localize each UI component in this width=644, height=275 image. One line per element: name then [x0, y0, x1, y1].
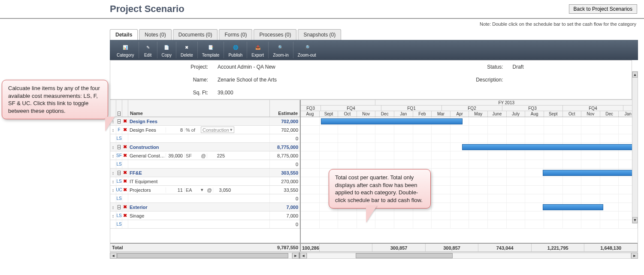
item-unit: EA	[184, 187, 200, 193]
item-name: Sinage	[130, 213, 165, 218]
zoom-out-button[interactable]: 🔎Zoom-out	[293, 42, 320, 58]
measure-toggle[interactable]: LS	[116, 134, 122, 142]
collapse-all-toggle[interactable]: −	[116, 100, 122, 117]
line-item-row: ↕SF✖General Construc39,000SF@2258,775,00…	[110, 151, 300, 160]
measure-toggle[interactable]: LS	[116, 194, 122, 202]
tab-snapshots-[interactable]: Snapshots (0)	[298, 29, 341, 40]
estimate-value: 0	[270, 220, 300, 228]
category-button[interactable]: 📊Category	[112, 42, 139, 58]
line-item-row: LS0	[110, 220, 300, 229]
measure-toggle[interactable]: −	[116, 143, 122, 151]
item-rate[interactable]: 225	[207, 153, 226, 158]
item-qty[interactable]: 11	[166, 187, 184, 193]
category-row: ↕−✖Design Fees702,000	[110, 117, 300, 126]
drag-handle[interactable]: ↕	[110, 151, 116, 160]
vscroll-down-arrow[interactable]: ▼	[632, 217, 638, 223]
delete-row-button[interactable]: ✖	[122, 186, 128, 194]
tab-documents-[interactable]: Documents (0)	[173, 29, 218, 40]
item-rate[interactable]: 3,050	[213, 187, 232, 193]
scroll-track-left[interactable]	[117, 253, 292, 259]
drag-handle[interactable]: ↕	[110, 169, 116, 177]
gantt-row	[301, 151, 638, 160]
publish-button[interactable]: 🌐Publish	[224, 42, 247, 58]
delete-row-button[interactable]: ✖	[122, 143, 128, 151]
measure-toggle[interactable]: −	[116, 117, 122, 125]
measure-toggle[interactable]: −	[116, 169, 122, 177]
measure-toggle[interactable]: LS	[116, 160, 122, 168]
tab-forms-[interactable]: Forms (0)	[219, 29, 252, 40]
item-name: IT Equipment	[130, 179, 165, 184]
schedule-bar[interactable]	[543, 170, 638, 176]
measure-toggle[interactable]: −	[116, 203, 122, 211]
month-header: Oct	[338, 111, 357, 117]
tab-details[interactable]: Details	[110, 29, 138, 40]
measure-toggle[interactable]: UC	[116, 186, 122, 194]
measure-toggle[interactable]: F	[116, 126, 122, 134]
gantt-scroll-left-arrow[interactable]: ◄	[300, 253, 307, 259]
scroll-thumb-left[interactable]	[117, 253, 288, 258]
measure-toggle[interactable]: LS	[116, 212, 122, 220]
delete-row-button	[122, 220, 128, 228]
item-basis-select[interactable]: Construction ▾	[201, 127, 234, 133]
estimate-value: 7,000	[270, 203, 300, 211]
delete-row-button[interactable]: ✖	[122, 203, 128, 211]
delete-button[interactable]: ✖Delete	[176, 42, 198, 58]
drag-handle[interactable]: ↕	[110, 203, 116, 211]
category-name: Design Fees	[130, 119, 157, 124]
drag-handle[interactable]: ↕	[110, 143, 116, 151]
scroll-left-arrow[interactable]: ◄	[110, 253, 117, 259]
edit-button[interactable]: ✎Edit	[139, 42, 157, 58]
template-button[interactable]: 📑Template	[198, 42, 224, 58]
estimate-value: 303,550	[270, 169, 300, 177]
month-header: Nov	[357, 111, 376, 117]
fy-header: FY 2013	[375, 100, 638, 105]
month-header: Feb	[413, 111, 432, 117]
month-header: July	[507, 111, 526, 117]
quarter-total	[320, 244, 373, 251]
measure-toggle[interactable]: LS	[116, 177, 122, 185]
back-to-scenarios-button[interactable]: Back to Project Scenarios	[569, 4, 637, 14]
item-qty[interactable]: 8	[166, 127, 184, 133]
delete-row-button	[122, 160, 128, 168]
measure-toggle[interactable]: SF	[116, 151, 122, 160]
month-header: Mar	[432, 111, 450, 117]
gantt-scroll-right-arrow[interactable]: ►	[631, 253, 638, 259]
delete-row-button[interactable]: ✖	[122, 177, 128, 185]
unit-dropdown[interactable]: ▾	[201, 187, 206, 193]
drag-handle	[110, 160, 116, 168]
status-label: Status:	[371, 64, 508, 70]
month-header: Apr	[450, 111, 469, 117]
tab-notes-[interactable]: Notes (0)	[139, 29, 171, 40]
vscroll-track[interactable]	[632, 78, 638, 217]
gantt-row	[301, 143, 638, 151]
delete-row-button[interactable]: ✖	[122, 212, 128, 220]
item-qty[interactable]: 39,000	[166, 153, 184, 158]
schedule-bar[interactable]	[321, 118, 463, 124]
drag-handle	[110, 134, 116, 142]
month-header: June	[488, 111, 507, 117]
export-button[interactable]: 📤Export	[247, 42, 269, 58]
estimate-value: 0	[270, 160, 300, 168]
tab-processes-[interactable]: Processes (0)	[254, 29, 296, 40]
vscroll-up-arrow[interactable]: ▲	[632, 72, 638, 78]
gantt-scroll-thumb[interactable]	[356, 253, 453, 258]
drag-handle[interactable]: ↕	[110, 212, 116, 220]
copy-button[interactable]: 📄Copy	[157, 42, 176, 58]
delete-row-button[interactable]: ✖	[122, 126, 128, 134]
schedule-bar[interactable]	[462, 144, 638, 150]
schedule-bar[interactable]	[543, 204, 603, 210]
measure-toggle[interactable]: LS	[116, 220, 122, 228]
zoom-in-button[interactable]: 🔍Zoom-in	[269, 42, 293, 58]
quarter-total: 743,044	[478, 244, 532, 251]
scroll-right-arrow[interactable]: ►	[292, 253, 299, 259]
drag-handle[interactable]: ↕	[110, 186, 116, 194]
delete-row-button[interactable]: ✖	[122, 117, 128, 125]
sqft-value: 39,000	[213, 90, 233, 96]
delete-row-button[interactable]: ✖	[122, 169, 128, 177]
drag-handle[interactable]: ↕	[110, 177, 116, 185]
gantt-row	[301, 134, 638, 143]
zoom-in-button-label: Zoom-in	[273, 53, 289, 57]
quarter-header: FQ1	[381, 106, 442, 111]
delete-row-button[interactable]: ✖	[122, 151, 128, 160]
gantt-scroll-track[interactable]	[307, 253, 631, 259]
